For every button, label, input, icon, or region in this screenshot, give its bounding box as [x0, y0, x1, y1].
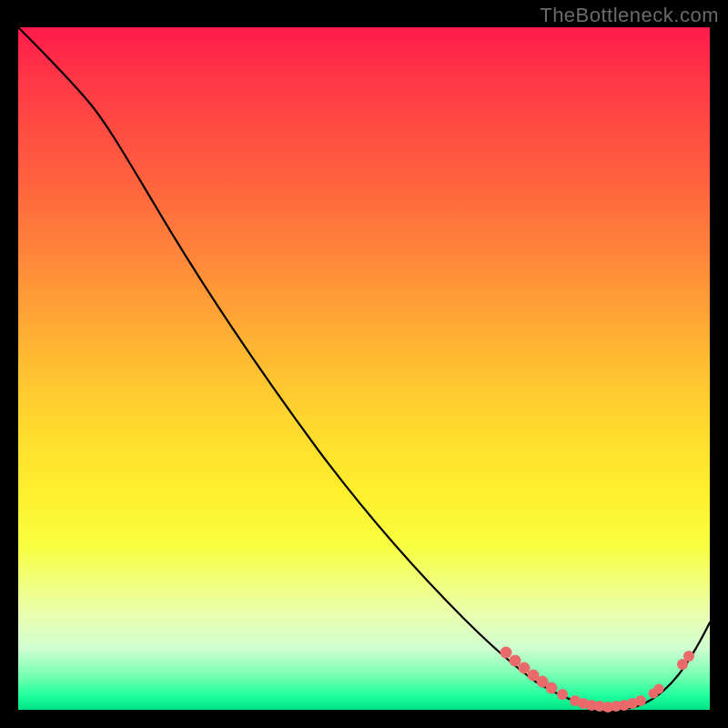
- highlight-dots: [500, 647, 695, 713]
- svg-point-15: [635, 695, 646, 706]
- chart-svg: [18, 27, 710, 710]
- watermark-text: TheBottleneck.com: [540, 4, 719, 27]
- svg-point-6: [557, 689, 568, 700]
- svg-point-17: [654, 684, 664, 694]
- plot-area: [18, 27, 712, 712]
- svg-point-5: [546, 682, 558, 694]
- svg-point-19: [683, 651, 694, 662]
- bottleneck-curve: [18, 27, 710, 709]
- chart-frame: TheBottleneck.com: [0, 0, 728, 728]
- svg-point-0: [500, 647, 512, 659]
